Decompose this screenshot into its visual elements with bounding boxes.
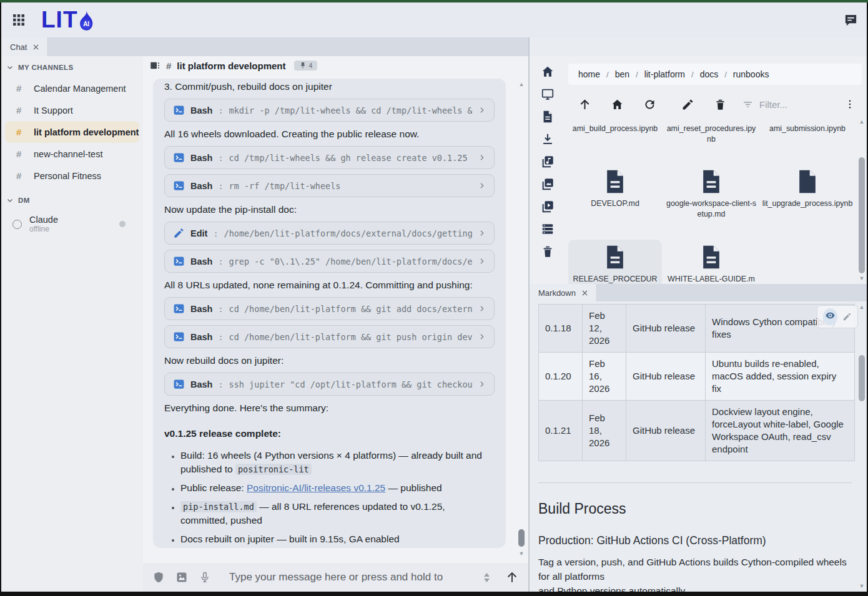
breadcrumb-item[interactable]: home [578,69,600,79]
scroll-down-arrow[interactable]: ▼ [857,583,866,589]
file-item[interactable]: RELEASE_PROCEDURE.md [568,240,662,284]
input-stepper[interactable] [484,573,490,582]
files-sidebar-rail [530,56,566,284]
chat-bubble-icon[interactable] [844,13,858,27]
markdown-scrollbar[interactable]: ▲ ▼ [857,301,866,592]
scroll-up-arrow[interactable]: ▲ [857,304,866,310]
video-collection-icon[interactable] [541,200,555,213]
breadcrumb-separator: / [636,70,638,79]
more-options-button[interactable] [844,99,856,110]
message-input[interactable]: Type your message here or press and hold… [229,571,473,584]
breadcrumb[interactable]: home/ben/lit-platform/docs/runbooks [568,64,862,85]
close-icon[interactable] [581,289,589,297]
tool-separator: : [218,181,223,191]
tool-name: Bash [190,181,212,191]
file-icon [698,168,725,195]
cell-date: Feb 18, 2026 [583,401,626,461]
sidebar-item-channel[interactable]: #It Support [5,99,139,121]
go-up-button[interactable] [578,98,591,111]
sidebar-item-channel[interactable]: #Calendar Management [5,77,139,99]
mic-icon[interactable] [199,571,211,584]
message-text: Now rebuild docs on jupiter: [164,354,495,367]
delete-button[interactable] [714,98,727,111]
chevron-down-icon [6,197,14,204]
music-collection-icon[interactable] [541,155,555,169]
chat-header: # lit platform development 4 [143,56,528,75]
pinned-messages-badge[interactable]: 4 [294,61,318,71]
tool-call-pill[interactable]: Bash:grep -c "0\.1\.25" /home/ben/lit-pl… [164,250,495,273]
file-item[interactable]: ami_submission.ipynb [761,120,854,139]
tool-call-pill[interactable]: Bash:rm -rf /tmp/lit-wheels [164,174,495,197]
tool-name: Bash [190,256,212,266]
shield-icon[interactable] [152,571,165,584]
home-button[interactable] [611,98,624,111]
refresh-button[interactable] [643,98,656,111]
download-icon[interactable] [541,132,555,146]
file-item[interactable]: lit_upgrade_process.ipynb [761,164,854,214]
paragraph-line: and Python versions automatically. [538,585,687,592]
monitor-icon[interactable] [541,87,555,101]
apps-grid-icon[interactable] [11,12,26,27]
trash-icon[interactable] [541,245,555,258]
left-dock-tabstrip: Chat [1,37,528,56]
files-scrollbar[interactable]: ▲ ▼ [857,119,866,281]
edit-mode-button[interactable] [842,312,852,321]
channels-section-header[interactable]: MY CHANNELS [1,56,143,77]
tool-call-pill[interactable]: Bash:cd /home/ben/lit-platform && git ad… [164,297,495,320]
filter-input[interactable]: Filter... [759,99,787,110]
breadcrumb-item[interactable]: runbooks [733,69,769,79]
tool-call-pill[interactable]: Bash:cd /home/ben/lit-platform && git pu… [164,325,495,348]
dm-status: offline [29,225,58,233]
tool-call-pill[interactable]: Edit:/home/ben/lit-platform/docs/externa… [164,222,495,245]
list-icon[interactable] [541,222,555,236]
tool-command: cd /tmp/lit-wheels && gh release create … [229,153,472,163]
scrollbar-thumb[interactable] [859,355,865,401]
close-icon[interactable] [32,43,40,51]
scrollbar-thumb[interactable] [859,157,865,273]
tool-call-pill[interactable]: Bash:cd /tmp/lit-wheels && gh release cr… [164,146,495,169]
channels-header-label: MY CHANNELS [18,64,74,71]
scroll-down-arrow[interactable]: ▼ [517,550,526,557]
tab-markdown[interactable]: Markdown [530,284,596,301]
release-link[interactable]: Positronic-AI/lit-releases v0.1.25 [247,482,385,493]
file-item[interactable]: DEVELOP.md [568,164,662,214]
scroll-up-arrow[interactable]: ▲ [517,81,526,87]
send-button[interactable] [505,570,519,584]
file-item[interactable]: ami_build_process.ipynb [568,120,662,139]
tab-chat[interactable]: Chat [1,37,47,56]
sidebar-item-channel[interactable]: #new-channel-test [5,143,139,165]
channel-label: Calendar Management [34,84,126,94]
image-attach-icon[interactable] [175,571,188,584]
tab-markdown-label: Markdown [538,288,576,298]
preview-mode-button[interactable] [823,308,837,325]
cell-version: 0.1.21 [539,401,583,461]
rename-button[interactable] [681,98,694,111]
panel-dock-icon[interactable] [149,60,160,71]
file-item[interactable]: ami_reset_procedures.ipynb [664,120,758,149]
images-collection-icon[interactable] [541,177,555,191]
file-item[interactable]: google-workspace-client-setup.md [664,164,758,224]
file-icon [698,243,725,271]
file-item[interactable]: WHITE-LABEL-GUIDE.md [664,240,758,284]
caret-up-icon[interactable] [484,573,490,577]
sidebar-item-channel[interactable]: #lit platform development [5,121,139,143]
tool-call-pill[interactable]: Bash:ssh jupiter "cd /opt/lit-platform &… [164,373,495,396]
breadcrumb-item[interactable]: ben [615,69,629,79]
home-icon[interactable] [541,65,555,79]
dock-divider[interactable] [528,37,530,592]
breadcrumb-item[interactable]: lit-platform [644,69,685,79]
scroll-up-arrow[interactable]: ▲ [857,119,866,125]
breadcrumb-item[interactable]: docs [700,69,719,79]
document-icon[interactable] [541,110,555,124]
file-name: RELEASE_PROCEDURE.md [570,274,661,284]
message-text: All 8 URLs updated, none remaining at 0.… [164,278,495,291]
chat-scrollbar[interactable]: ▲ ▼ [517,81,526,557]
dm-section-header[interactable]: DM [1,189,143,210]
caret-down-icon[interactable] [484,579,490,582]
scroll-down-arrow[interactable]: ▼ [857,275,866,281]
dm-item-claude[interactable]: Claude offline [5,212,139,237]
tool-call-pill[interactable]: Bash:mkdir -p /tmp/lit-wheels && cd /tmp… [164,99,495,122]
sidebar-item-channel[interactable]: #Personal Fitness [5,165,139,187]
app-logo: LIT AI [41,6,96,34]
scrollbar-thumb[interactable] [518,529,525,547]
